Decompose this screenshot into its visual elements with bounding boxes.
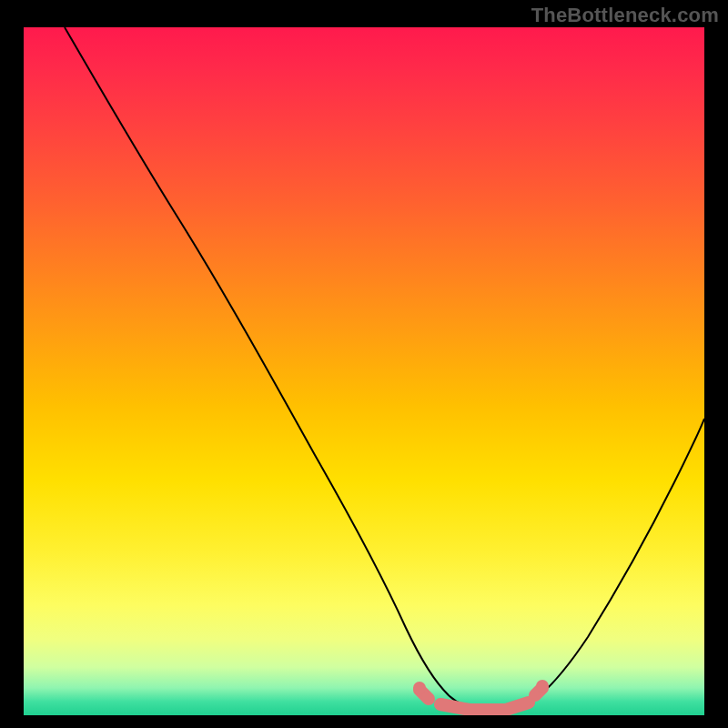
chart-frame: TheBottleneck.com — [0, 0, 728, 728]
curve-path — [65, 27, 704, 710]
bottleneck-curve — [24, 27, 704, 715]
optimal-range-marker — [420, 688, 542, 710]
watermark-text: TheBottleneck.com — [531, 4, 719, 27]
marker-dot-right — [536, 680, 549, 693]
plot-area — [24, 27, 704, 715]
marker-dot-left — [413, 682, 426, 694]
